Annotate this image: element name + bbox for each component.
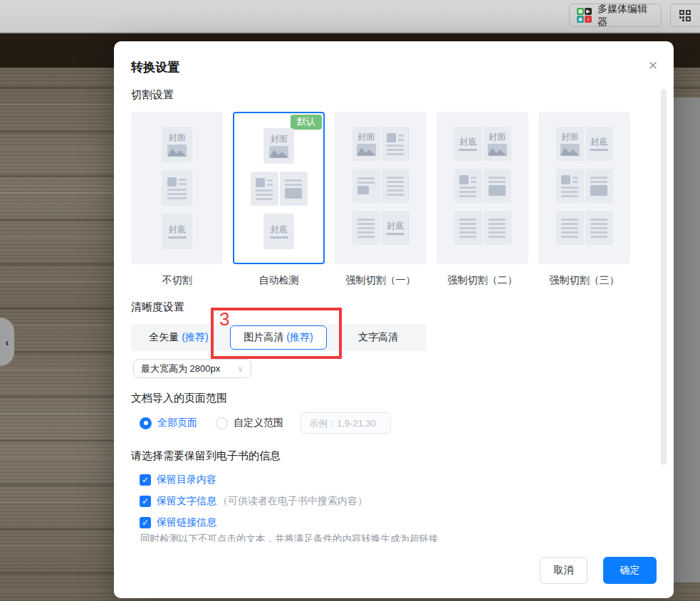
mini-page-label: 封底 <box>459 137 476 146</box>
image-glyph <box>488 144 507 156</box>
checkbox-label: 保留目录内容 <box>157 474 216 486</box>
background-gray-panel <box>674 98 700 582</box>
link-detection-note: 同时检测以下不可点击的文本，并将满足条件的内容转换生成为超链接 <box>140 533 439 542</box>
chevron-left-icon: ‹ <box>6 336 9 348</box>
keep-info-checkbox-list: ✓保留目录内容✓保留文字信息（可供读者在电子书中搜索内容）✓保留链接信息 <box>140 474 367 528</box>
custom-range-input[interactable] <box>301 412 391 434</box>
clarity-tab-full-vector[interactable]: 全矢量(推荐) <box>131 324 226 351</box>
underline-glyph <box>386 233 404 235</box>
image-glyph <box>269 146 288 158</box>
radio-all-pages[interactable] <box>140 417 152 429</box>
close-icon[interactable]: ✕ <box>648 60 658 72</box>
dialog-title: 转换设置 <box>131 59 179 75</box>
page-range-row: 全部页面自定义范围 <box>140 412 391 434</box>
checkbox-label: 保留文字信息 <box>157 495 216 508</box>
mini-page-label: 封底 <box>590 137 607 146</box>
mini-page-label: 封面 <box>489 132 506 141</box>
checkbox-keep-toc[interactable]: ✓ <box>140 474 151 486</box>
max-size-dropdown[interactable]: 最大宽高为 2800px ∨ <box>133 359 251 378</box>
cut-option-label: 强制切割（三） <box>550 274 620 287</box>
dialog-footer: 取消 确定 <box>114 542 674 598</box>
checkbox-row-keep-text[interactable]: ✓保留文字信息（可供读者在电子书中搜索内容） <box>140 495 367 507</box>
underline-glyph <box>270 236 288 239</box>
cancel-button[interactable]: 取消 <box>540 557 587 584</box>
cut-option-auto-detect[interactable]: 默认封面封底自动检测 <box>233 112 325 287</box>
cut-option-box[interactable]: 封面封底 <box>131 112 223 264</box>
image-glyph <box>357 144 376 156</box>
mini-page-linesImage <box>585 169 613 203</box>
underline-glyph <box>590 149 608 151</box>
mini-page-lines <box>352 211 380 245</box>
dialog-scrollbar-thumb[interactable] <box>661 89 667 465</box>
mini-page-back: 封底 <box>585 127 613 161</box>
cut-option-label: 强制切割（二） <box>448 274 518 287</box>
default-badge: 默认 <box>291 115 322 130</box>
cut-option-box[interactable]: 封面封底 <box>538 112 630 264</box>
mini-page-cover: 封面 <box>162 127 192 162</box>
mini-page-label: 封底 <box>387 221 404 230</box>
mini-page-linesImage <box>484 169 511 203</box>
mini-page-lines <box>585 211 613 245</box>
underline-glyph <box>168 236 187 239</box>
cut-option-force-cut-3[interactable]: 封面封底强制切割（三） <box>538 112 630 287</box>
top-toolbar: ▦▶◉♪ 多媒体编辑器 <box>0 0 700 33</box>
recommended-hint: (推荐) <box>286 331 313 344</box>
multimedia-editor-label: 多媒体编辑器 <box>597 3 654 28</box>
multimedia-editor-button[interactable]: ▦▶◉♪ 多媒体编辑器 <box>569 4 662 27</box>
chevron-down-icon: ∨ <box>237 364 244 374</box>
page-range-heading: 文档导入的页面范围 <box>131 392 227 405</box>
mini-page-cover: 封面 <box>556 127 584 161</box>
cut-option-box[interactable]: 默认封面封底 <box>233 112 325 264</box>
mini-page-textA <box>556 169 584 203</box>
underline-glyph <box>459 149 477 151</box>
mini-page-label: 封面 <box>561 132 578 141</box>
clarity-tab-label: 文字高清 <box>358 331 398 344</box>
radio-label-custom-range[interactable]: 自定义范围 <box>234 417 283 429</box>
mini-page-cover: 封面 <box>352 127 380 161</box>
clarity-tab-label: 图片高清 <box>244 331 283 344</box>
clarity-tab-text-hd[interactable]: 文字高清 <box>330 324 426 351</box>
mini-page-back: 封底 <box>263 214 294 249</box>
cut-settings-heading: 切割设置 <box>131 88 174 102</box>
cut-option-label: 强制切割（一） <box>346 274 416 287</box>
cut-option-force-cut-1[interactable]: 封面封底强制切割（一） <box>335 112 427 287</box>
cut-option-force-cut-2[interactable]: 封底封面强制切割（二） <box>437 112 528 287</box>
clarity-settings-heading: 清晰度设置 <box>131 300 184 314</box>
clarity-tab-label: 全矢量 <box>149 331 179 344</box>
recommended-hint: (推荐) <box>182 331 208 344</box>
mini-page-back: 封底 <box>162 214 192 249</box>
grid-tools-button[interactable] <box>670 4 700 27</box>
confirm-button[interactable]: 确定 <box>603 557 657 584</box>
cut-cards: 封面封底不切割默认封面封底自动检测封面封底强制切割（一）封底封面强制切割（二）封… <box>131 112 630 287</box>
mini-page-cover: 封面 <box>484 127 511 161</box>
mini-page-linesImage <box>280 172 308 206</box>
checkbox-keep-text[interactable]: ✓ <box>140 496 151 507</box>
mini-page-cover: 封面 <box>263 128 294 164</box>
cut-option-box[interactable]: 封底封面 <box>437 112 528 264</box>
mini-page-lines <box>556 211 584 245</box>
cut-option-no-cut[interactable]: 封面封底不切割 <box>131 112 223 287</box>
image-tile-icon: ▦ <box>577 8 584 15</box>
clarity-tabbar: 全矢量(推荐)图片高清(推荐)文字高清 <box>131 324 426 351</box>
radio-custom-range[interactable] <box>216 417 228 429</box>
image-glyph <box>167 145 187 157</box>
mini-page-lines <box>484 211 511 245</box>
checkbox-row-keep-links[interactable]: ✓保留链接信息 <box>140 516 367 528</box>
mini-page-label: 封面 <box>169 133 186 142</box>
cut-option-box[interactable]: 封面封底 <box>335 112 427 264</box>
clarity-tab-image-hd[interactable]: 图片高清(推荐) <box>230 325 327 350</box>
left-drawer-handle[interactable]: ‹ <box>0 318 14 366</box>
keep-info-heading: 请选择需要保留到电子书的信息 <box>131 449 281 463</box>
cut-option-label: 不切割 <box>162 274 192 287</box>
mini-page-textA <box>382 127 409 161</box>
mini-page-lines <box>454 211 482 245</box>
video-tile-icon: ▶ <box>585 8 592 15</box>
cut-option-label: 自动检测 <box>259 274 299 287</box>
radio-label-all-pages[interactable]: 全部页面 <box>157 417 197 429</box>
qr-grid-icon <box>679 10 691 21</box>
max-size-dropdown-value: 最大宽高为 2800px <box>141 362 220 375</box>
checkbox-keep-links[interactable]: ✓ <box>140 517 151 528</box>
mini-page-textA <box>162 170 192 206</box>
mini-page-label: 封面 <box>271 135 288 143</box>
checkbox-row-keep-toc[interactable]: ✓保留目录内容 <box>140 474 367 486</box>
